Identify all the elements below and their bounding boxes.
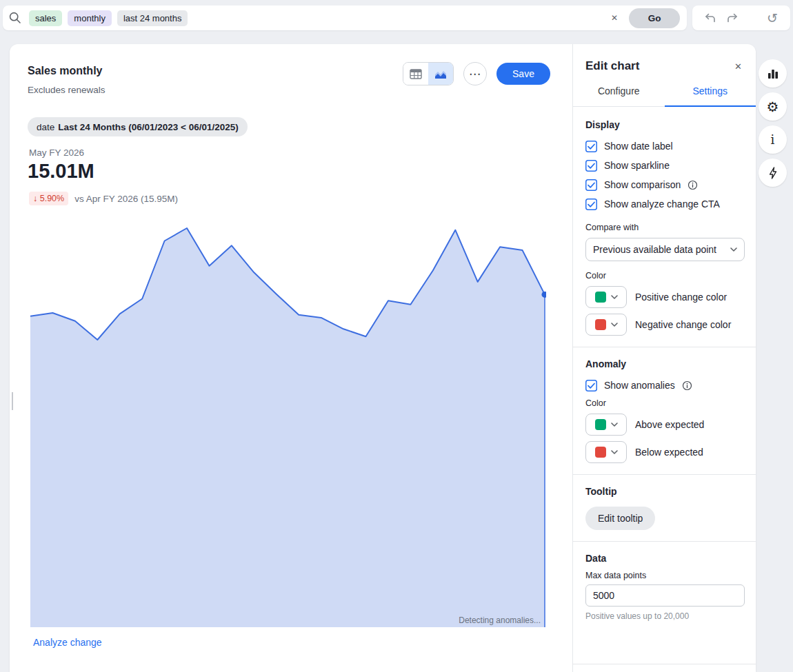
insights-button[interactable] (759, 159, 787, 187)
green-swatch (595, 419, 606, 430)
chevron-down-icon (611, 295, 618, 299)
more-options-icon[interactable]: ⋯ (463, 62, 487, 85)
chip-prefix: date (37, 122, 54, 132)
display-heading: Display (585, 119, 745, 130)
green-swatch (595, 292, 606, 303)
search-token-last-24-months[interactable]: last 24 months (117, 10, 188, 26)
anomaly-color-label: Color (585, 398, 745, 408)
checkbox-checked-icon (585, 198, 597, 210)
lightning-bolt-icon (767, 166, 779, 180)
chart-toolbar: ⋯ Save (403, 62, 550, 85)
save-button[interactable]: Save (496, 63, 550, 85)
chip-value: Last 24 Months (06/01/2023 < 06/01/2025) (58, 122, 239, 132)
checkbox-show-analyze-change-cta[interactable]: Show analyze change CTA (585, 198, 745, 210)
table-view-icon[interactable] (403, 63, 428, 85)
chart-subtitle: Excludes renewals (28, 85, 106, 95)
max-data-points-label: Max data points (585, 571, 745, 580)
negative-color-dropdown[interactable] (585, 314, 627, 336)
above-expected-row: Above expected (585, 414, 745, 436)
section-divider (573, 474, 756, 475)
checkbox-checked-icon (585, 380, 597, 391)
max-data-points-helper: Positive values up to 20,000 (585, 611, 745, 621)
chevron-down-icon (730, 247, 737, 252)
tab-configure[interactable]: Configure (573, 85, 665, 107)
edit-panel-title: Edit chart (585, 59, 639, 73)
checkbox-checked-icon (585, 179, 597, 191)
above-expected-dropdown[interactable] (585, 414, 627, 436)
positive-color-label: Positive change color (635, 292, 727, 303)
gear-icon: ⚙ (767, 100, 779, 114)
red-swatch (595, 447, 606, 458)
right-icon-rail: ⚙ i (759, 59, 787, 192)
settings-button[interactable]: ⚙ (759, 92, 787, 121)
below-expected-label: Below expected (635, 447, 703, 458)
chart-title: Sales monthly (28, 65, 106, 77)
section-divider (573, 541, 756, 542)
data-heading: Data (585, 553, 745, 564)
analyze-change-link[interactable]: Analyze change (33, 637, 102, 648)
positive-color-row: Positive change color (585, 286, 745, 308)
tooltip-heading: Tooltip (585, 486, 745, 497)
section-divider (573, 347, 756, 347)
kpi-change-row: ↓ 5.90% vs Apr FY 2026 (15.95M) (29, 192, 178, 205)
bar-chart-icon (766, 67, 780, 81)
chevron-down-icon (611, 323, 618, 327)
red-swatch (595, 319, 606, 330)
positive-color-dropdown[interactable] (585, 286, 627, 308)
date-filter-chip[interactable]: date Last 24 Months (06/01/2023 < 06/01/… (28, 117, 248, 136)
area-chart-view-icon[interactable] (428, 63, 453, 85)
edit-chart-panel: Edit chart ✕ Configure Settings Display … (572, 44, 756, 672)
search-icon (8, 11, 22, 25)
edit-panel-tabs: Configure Settings (573, 85, 756, 107)
info-icon[interactable] (687, 180, 698, 190)
go-button[interactable]: Go (629, 8, 680, 28)
search-token-sales[interactable]: sales (29, 10, 62, 26)
chevron-down-icon (611, 422, 618, 427)
search-token-monthly[interactable]: monthly (68, 10, 112, 26)
reset-icon[interactable]: ↺ (764, 10, 781, 26)
max-data-points-input[interactable] (585, 584, 745, 607)
anomaly-heading: Anomaly (585, 358, 745, 369)
answer-card: Sales monthly Excludes renewals ⋯ Save d… (10, 44, 756, 672)
checkbox-show-anomalies[interactable]: Show anomalies (585, 379, 745, 391)
panel-bottom-divider (573, 664, 756, 664)
above-expected-label: Above expected (635, 419, 704, 430)
tab-settings[interactable]: Settings (665, 85, 756, 107)
below-expected-row: Below expected (585, 441, 745, 463)
kpi-value: 15.01M (28, 160, 94, 183)
checkbox-checked-icon (585, 160, 597, 172)
negative-color-label: Negative change color (635, 319, 731, 330)
checkbox-checked-icon (585, 141, 597, 152)
sparkline-chart[interactable]: Detecting anomalies... (29, 224, 546, 627)
view-switcher (403, 62, 454, 85)
sparkline-svg (29, 224, 546, 627)
edit-tooltip-button[interactable]: Edit tooltip (585, 507, 655, 530)
checkbox-show-sparkline[interactable]: Show sparkline (585, 159, 745, 172)
search-bar[interactable]: sales monthly last 24 months ✕ Go (3, 6, 687, 30)
anomaly-status-text: Detecting anomalies... (459, 615, 541, 625)
negative-color-row: Negative change color (585, 314, 745, 336)
below-expected-dropdown[interactable] (585, 441, 627, 463)
undo-icon[interactable] (702, 10, 719, 26)
history-bar: ↺ (692, 6, 790, 30)
compare-with-label: Compare with (585, 223, 745, 232)
redo-icon[interactable] (724, 10, 741, 26)
chevron-down-icon (611, 450, 618, 454)
info-button[interactable]: i (759, 125, 787, 154)
kpi-period-label: May FY 2026 (29, 147, 84, 158)
checkbox-show-date-label[interactable]: Show date label (585, 140, 745, 152)
checkbox-show-comparison[interactable]: Show comparison (585, 179, 745, 191)
close-icon[interactable]: ✕ (734, 61, 742, 72)
chart-section: Sales monthly Excludes renewals ⋯ Save d… (10, 44, 572, 672)
clear-search-icon[interactable]: ✕ (611, 13, 618, 23)
kpi-comparison-text: vs Apr FY 2026 (15.95M) (74, 194, 178, 204)
info-icon[interactable] (682, 380, 692, 391)
compare-with-select[interactable]: Previous available data point (585, 238, 745, 261)
kpi-change-badge: ↓ 5.90% (29, 192, 68, 205)
chart-options-button[interactable] (759, 59, 787, 88)
display-color-label: Color (585, 271, 745, 281)
info-icon: i (771, 134, 775, 146)
